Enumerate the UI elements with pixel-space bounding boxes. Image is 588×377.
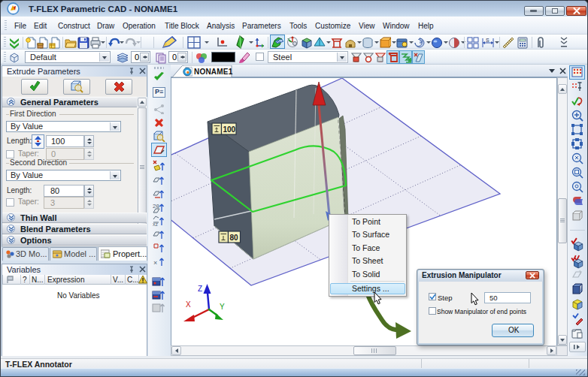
svg-text:Y: Y [220, 303, 225, 311]
svg-text:Z: Z [198, 285, 202, 293]
svg-text:×: × [153, 259, 157, 267]
svg-text:X: X [186, 300, 191, 309]
svg-text:100: 100 [223, 125, 236, 134]
svg-text:80: 80 [230, 234, 239, 242]
svg-text:xz: xz [153, 222, 159, 227]
svg-text:S: S [486, 38, 489, 43]
